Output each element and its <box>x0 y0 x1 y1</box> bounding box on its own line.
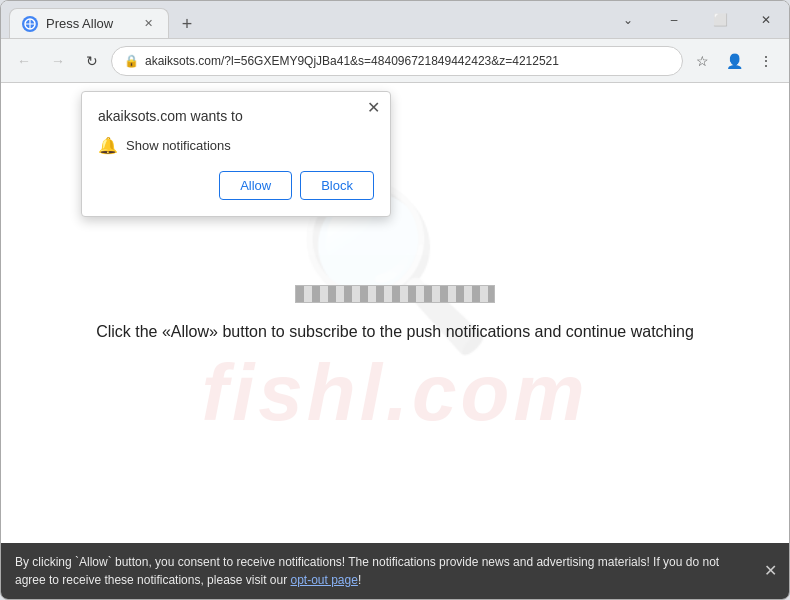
url-text: akaiksots.com/?l=56GXEMY9QjJBa41&s=48409… <box>145 54 559 68</box>
bottom-bar-text-2: ! <box>358 573 361 587</box>
popup-buttons: Allow Block <box>98 171 374 200</box>
browser-window: Press Allow ✕ + ⌄ – ⬜ ✕ ← → ↻ 🔒 akaiksot… <box>0 0 790 600</box>
title-bar: Press Allow ✕ + ⌄ – ⬜ ✕ <box>1 1 789 39</box>
block-button[interactable]: Block <box>300 171 374 200</box>
bottom-notification-bar: By clicking `Allow` button, you consent … <box>1 543 789 599</box>
browser-content: ✕ akaiksots.com wants to 🔔 Show notifica… <box>1 83 789 543</box>
toolbar-icons: ☆ 👤 ⋮ <box>687 46 781 76</box>
bookmark-button[interactable]: ☆ <box>687 46 717 76</box>
progress-bar-fill <box>296 286 494 302</box>
refresh-button[interactable]: ↻ <box>77 46 107 76</box>
opt-out-link[interactable]: opt-out page <box>290 573 357 587</box>
bell-icon: 🔔 <box>98 136 118 155</box>
bottom-bar-close-button[interactable]: ✕ <box>764 559 777 583</box>
lock-icon: 🔒 <box>124 54 139 68</box>
new-tab-button[interactable]: + <box>173 10 201 38</box>
tab-title: Press Allow <box>46 16 113 31</box>
popup-close-button[interactable]: ✕ <box>367 100 380 116</box>
tab-close-button[interactable]: ✕ <box>140 16 156 32</box>
toolbar: ← → ↻ 🔒 akaiksots.com/?l=56GXEMY9QjJBa41… <box>1 39 789 83</box>
maximize-button[interactable]: ⬜ <box>697 1 743 39</box>
page-message: Click the «Allow» button to subscribe to… <box>96 323 694 341</box>
popup-permission-row: 🔔 Show notifications <box>98 136 374 155</box>
window-controls: ⌄ – ⬜ ✕ <box>605 1 789 39</box>
forward-button[interactable]: → <box>43 46 73 76</box>
notification-popup: ✕ akaiksots.com wants to 🔔 Show notifica… <box>81 91 391 217</box>
profile-button[interactable]: 👤 <box>719 46 749 76</box>
bottom-bar-text-1: By clicking `Allow` button, you consent … <box>15 555 719 587</box>
close-window-button[interactable]: ✕ <box>743 1 789 39</box>
allow-button[interactable]: Allow <box>219 171 292 200</box>
tab-favicon <box>22 16 38 32</box>
address-bar[interactable]: 🔒 akaiksots.com/?l=56GXEMY9QjJBa41&s=484… <box>111 46 683 76</box>
minimize-button[interactable]: – <box>651 1 697 39</box>
popup-title: akaiksots.com wants to <box>98 108 374 124</box>
active-tab[interactable]: Press Allow ✕ <box>9 8 169 38</box>
permission-label: Show notifications <box>126 138 231 153</box>
chevron-down-button[interactable]: ⌄ <box>605 1 651 39</box>
progress-bar <box>295 285 495 303</box>
back-button[interactable]: ← <box>9 46 39 76</box>
menu-button[interactable]: ⋮ <box>751 46 781 76</box>
